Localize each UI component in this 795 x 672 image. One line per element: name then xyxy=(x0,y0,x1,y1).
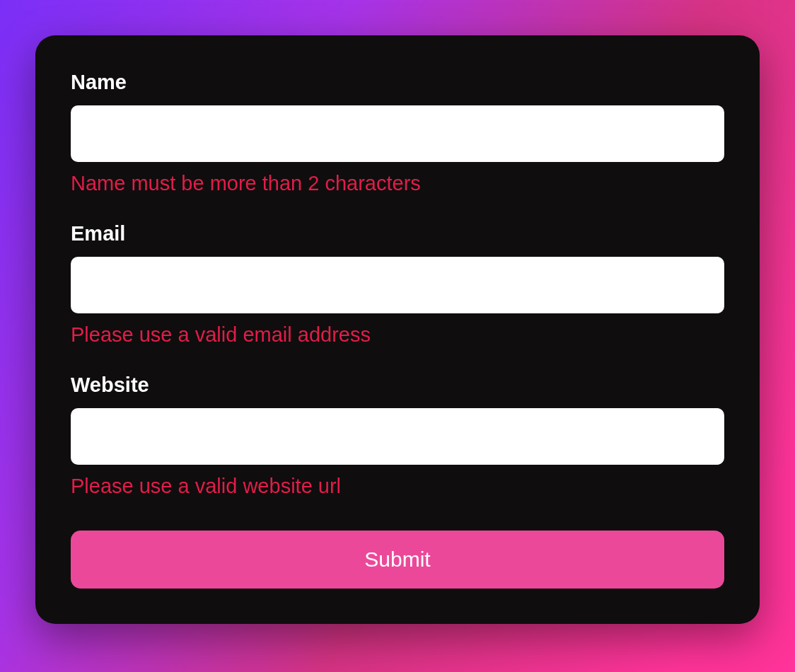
name-label: Name xyxy=(71,71,724,94)
website-field-group: Website Please use a valid website url xyxy=(71,373,724,498)
name-error-message: Name must be more than 2 characters xyxy=(71,172,724,195)
email-field-group: Email Please use a valid email address xyxy=(71,222,724,347)
submit-button[interactable]: Submit xyxy=(71,531,724,589)
website-error-message: Please use a valid website url xyxy=(71,475,724,498)
email-error-message: Please use a valid email address xyxy=(71,323,724,347)
name-input[interactable] xyxy=(71,105,724,162)
email-label: Email xyxy=(71,222,724,245)
email-input[interactable] xyxy=(71,257,724,313)
website-label: Website xyxy=(71,373,724,397)
name-field-group: Name Name must be more than 2 characters xyxy=(71,71,724,195)
website-input[interactable] xyxy=(71,408,724,465)
form-card: Name Name must be more than 2 characters… xyxy=(35,35,760,624)
